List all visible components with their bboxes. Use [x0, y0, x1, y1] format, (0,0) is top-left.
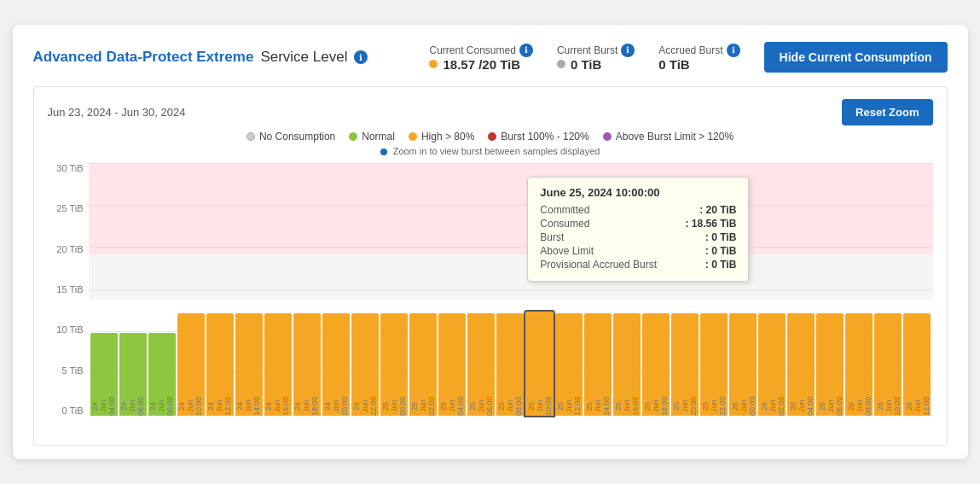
normal-dot: [349, 132, 357, 141]
x-label: 26 Jun 04:00: [787, 397, 816, 416]
x-labels: 24 Jun 04:0024 Jun 06:0024 Jun 08:0024 J…: [89, 416, 933, 434]
x-label: 24 Jun 20:00: [322, 397, 351, 416]
tooltip-committed: Committed : 20 TiB: [540, 204, 736, 216]
chart-area: 0 TiB5 TiB10 TiB15 TiB20 TiB25 TiB30 TiB…: [48, 163, 933, 436]
legend: No Consumption Normal High > 80% Burst 1…: [48, 131, 933, 143]
current-consumed-label: Current Consumed ℹ: [429, 44, 532, 57]
x-label: 24 Jun 06:00: [118, 397, 147, 416]
consumed-dot: [429, 60, 438, 68]
service-level-info-icon[interactable]: ℹ: [354, 50, 368, 64]
current-burst-value: 0 TiB: [557, 57, 601, 72]
tooltip-consumed-value: : 18.56 TiB: [685, 218, 736, 230]
x-label: 26 Jun 08:00: [845, 397, 874, 416]
y-label: 0 TiB: [48, 405, 89, 416]
tooltip-above-limit-label: Above Limit: [540, 245, 594, 257]
header-stats: Current Consumed ℹ 18.57 /20 TiB Current…: [429, 42, 947, 73]
normal-label: Normal: [362, 131, 395, 143]
chart-inner: 0 TiB5 TiB10 TiB15 TiB20 TiB25 TiB30 TiB…: [48, 163, 933, 436]
tooltip-burst-label: Burst: [540, 231, 564, 243]
current-consumed-value: 18.57 /20 TiB: [429, 57, 520, 72]
x-label: 24 Jun 14:00: [234, 397, 263, 416]
x-label: 26 Jun 10:00: [874, 397, 903, 416]
x-label: 24 Jun 18:00: [292, 397, 321, 416]
date-range: Jun 23, 2024 - Jun 30, 2024: [48, 106, 186, 119]
tooltip-above-limit: Above Limit : 0 TiB: [540, 245, 736, 257]
x-label: 24 Jun 22:00: [351, 397, 380, 416]
current-burst-label: Current Burst ℹ: [557, 44, 635, 57]
legend-above-burst: Above Burst Limit > 120%: [603, 131, 734, 143]
tooltip-title: June 25, 2024 10:00:00: [540, 186, 736, 199]
legend-sub: Zoom in to view burst between samples di…: [48, 146, 933, 156]
zoom-hint: Zoom in to view burst between samples di…: [393, 146, 600, 156]
x-label: 25 Jun 10:00: [525, 397, 554, 416]
burst-legend-dot: [488, 132, 496, 141]
x-label: 25 Jun 18:00: [641, 397, 670, 416]
x-label: 25 Jun 02:00: [409, 397, 438, 416]
y-label: 5 TiB: [48, 365, 89, 376]
tooltip-burst-value: : 0 TiB: [705, 231, 736, 243]
x-label: 24 Jun 10:00: [176, 397, 205, 416]
chart-section: Jun 23, 2024 - Jun 30, 2024 Reset Zoom N…: [33, 86, 948, 446]
y-label: 25 TiB: [48, 203, 89, 213]
tooltip-provisional-label: Provisional Accrued Burst: [540, 259, 657, 271]
high-dot: [409, 132, 417, 141]
tooltip-provisional-value: : 0 TiB: [705, 259, 736, 271]
tooltip-committed-value: : 20 TiB: [699, 204, 736, 216]
header-left: Advanced Data-Protect Extreme Service Le…: [33, 49, 368, 66]
no-consumption-dot: [246, 132, 255, 141]
burst-label: Burst 100% - 120%: [501, 131, 589, 143]
x-label: 25 Jun 20:00: [670, 397, 699, 416]
no-consumption-label: No Consumption: [259, 131, 335, 143]
x-label: 24 Jun 08:00: [147, 397, 176, 416]
legend-high: High > 80%: [409, 131, 474, 143]
tooltip: June 25, 2024 10:00:00 Committed : 20 Ti…: [527, 177, 749, 282]
legend-burst: Burst 100% - 120%: [488, 131, 589, 143]
burst-dot: [557, 60, 565, 68]
x-label: 24 Jun 16:00: [263, 397, 292, 416]
above-burst-label: Above Burst Limit > 120%: [616, 131, 734, 143]
current-burst-stat: Current Burst ℹ 0 TiB: [557, 44, 635, 72]
x-label: 25 Jun 00:00: [380, 397, 409, 416]
x-label: 26 Jun 02:00: [758, 397, 787, 416]
current-consumed-stat: Current Consumed ℹ 18.57 /20 TiB: [429, 44, 532, 72]
x-label: 25 Jun 12:00: [554, 397, 583, 416]
tooltip-consumed: Consumed : 18.56 TiB: [540, 218, 736, 230]
legend-normal: Normal: [349, 131, 395, 143]
main-container: Advanced Data-Protect Extreme Service Le…: [13, 25, 968, 459]
high-label: High > 80%: [421, 131, 474, 143]
tooltip-burst: Burst : 0 TiB: [540, 231, 736, 243]
chart-plot: June 25, 2024 10:00:00 Committed : 20 Ti…: [89, 163, 933, 436]
reset-zoom-button[interactable]: Reset Zoom: [842, 99, 932, 125]
x-axis: 24 Jun 04:0024 Jun 06:0024 Jun 08:0024 J…: [89, 416, 933, 436]
tooltip-provisional: Provisional Accrued Burst : 0 TiB: [540, 259, 736, 271]
accrued-burst-info-icon[interactable]: ℹ: [727, 44, 740, 57]
accrued-burst-label: Accrued Burst ℹ: [658, 44, 739, 57]
y-label: 20 TiB: [48, 244, 89, 254]
zoom-dot: [380, 149, 387, 155]
y-label: 15 TiB: [48, 284, 89, 294]
x-label: 25 Jun 06:00: [467, 397, 496, 416]
x-label: 25 Jun 22:00: [699, 397, 728, 416]
title-main: Advanced Data-Protect Extreme: [33, 49, 254, 66]
tooltip-above-limit-value: : 0 TiB: [705, 245, 736, 257]
current-burst-info-icon[interactable]: ℹ: [621, 44, 635, 57]
x-label: 25 Jun 14:00: [583, 397, 612, 416]
x-label: 25 Jun 16:00: [612, 397, 641, 416]
title-sub: Service Level: [260, 49, 347, 66]
y-label: 10 TiB: [48, 324, 89, 335]
legend-no-consumption: No Consumption: [246, 131, 335, 143]
y-label: 30 TiB: [48, 163, 89, 173]
tooltip-committed-label: Committed: [540, 204, 589, 216]
hide-current-consumption-button[interactable]: Hide Current Consumption: [764, 42, 948, 73]
accrued-burst-stat: Accrued Burst ℹ 0 TiB: [658, 44, 739, 72]
above-burst-dot: [603, 132, 612, 141]
x-label: 25 Jun 08:00: [496, 397, 525, 416]
x-label: 26 Jun 00:00: [729, 397, 758, 416]
x-label: 24 Jun 12:00: [205, 397, 234, 416]
x-label: 24 Jun 04:00: [89, 397, 118, 416]
current-consumed-info-icon[interactable]: ℹ: [519, 44, 533, 57]
accrued-burst-value: 0 TiB: [658, 57, 689, 72]
bars-container[interactable]: [89, 163, 933, 416]
tooltip-consumed-label: Consumed: [540, 218, 589, 230]
chart-top: Jun 23, 2024 - Jun 30, 2024 Reset Zoom: [48, 99, 933, 125]
